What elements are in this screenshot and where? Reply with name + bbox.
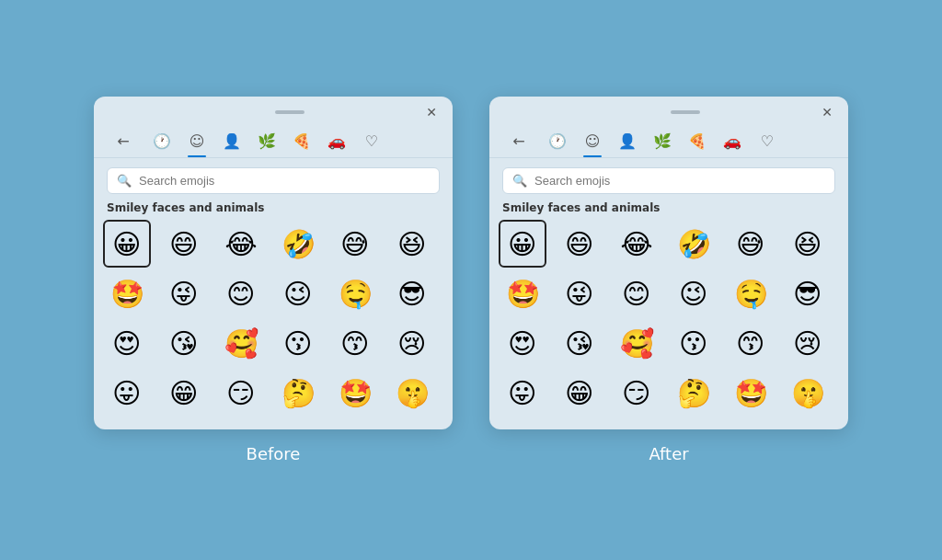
emoji-cell[interactable]: 🤔 [670,369,718,417]
after-search-input[interactable] [534,174,825,188]
emoji-cell[interactable]: 😄 [556,220,603,268]
emoji-cell[interactable]: 🤤 [331,269,379,317]
main-container: ✕ ← 🕐 ☺ 👤 🌿 🍕 🚗 ♡ 🔍 Smiley faces and ani… [0,0,942,560]
emoji-cell[interactable]: 😘 [160,319,208,367]
emoji-cell[interactable]: 😉 [274,269,322,317]
emoji-cell[interactable]: 🤣 [670,220,718,268]
emoji-cell[interactable]: 😜 [556,269,603,317]
before-nav-bar: ← 🕐 ☺ 👤 🌿 🍕 🚗 ♡ [94,124,453,158]
before-titlebar: ✕ [94,97,453,124]
after-drag-handle [671,110,700,114]
emoji-cell[interactable]: 😜 [160,269,208,317]
before-drag-handle [275,110,304,114]
emoji-cell[interactable]: 😉 [670,269,718,317]
emoji-cell[interactable]: 🥰 [217,319,265,367]
before-emoji-grid: 😀 😄 😂 🤣 😅 😆 🤩 😜 😊 😉 🤤 😎 😍 😘 🥰 😗 😙 😢 [94,220,453,429]
before-label: Before [247,444,301,463]
before-panel-wrapper: ✕ ← 🕐 ☺ 👤 🌿 🍕 🚗 ♡ 🔍 Smiley faces and ani… [94,97,453,463]
after-back-button[interactable]: ← [504,128,534,157]
emoji-cell[interactable]: 😎 [388,269,436,317]
emoji-cell[interactable]: 😆 [388,220,436,268]
after-nav-recent[interactable]: 🕐 [543,128,572,157]
emoji-cell[interactable]: 😗 [670,319,718,367]
emoji-cell[interactable]: 😆 [784,220,832,268]
emoji-cell[interactable]: 🤩 [103,269,151,317]
before-nav-food[interactable]: 🍕 [287,128,316,157]
after-emoji-grid: 😀 😄 😂 🤣 😅 😆 🤩 😜 😊 😉 🤤 😎 😍 😘 🥰 😗 😙 😢 [489,220,848,429]
emoji-cell[interactable]: 😅 [331,220,379,268]
emoji-cell[interactable]: 😛 [499,369,546,417]
before-nav-nature[interactable]: 🌿 [252,128,281,157]
emoji-cell[interactable]: 🤩 [499,269,546,317]
emoji-cell[interactable]: 😄 [160,220,208,268]
after-panel-wrapper: ✕ ← 🕐 ☺ 👤 🌿 🍕 🚗 ♡ 🔍 Smiley faces and ani… [489,97,848,463]
after-nav-smiley[interactable]: ☺ [578,128,607,157]
after-titlebar: ✕ [489,97,848,124]
before-search-input[interactable] [139,174,430,188]
emoji-cell[interactable]: 😎 [784,269,832,317]
before-nav-travel[interactable]: 🚗 [322,128,351,157]
before-close-button[interactable]: ✕ [425,106,438,119]
emoji-cell[interactable]: 😍 [499,319,546,367]
emoji-cell[interactable]: 😢 [388,319,436,367]
after-section-title: Smiley faces and animals [489,201,848,220]
before-nav-recent[interactable]: 🕐 [147,128,177,157]
emoji-cell[interactable]: 🤫 [388,369,436,417]
emoji-cell[interactable]: 🤔 [274,369,322,417]
emoji-cell[interactable]: 😏 [613,369,661,417]
emoji-cell[interactable]: 🤩 [331,369,379,417]
after-nav-people[interactable]: 👤 [613,128,642,157]
after-nav-travel[interactable]: 🚗 [718,128,747,157]
emoji-cell[interactable]: 😊 [613,269,661,317]
after-nav-bar: ← 🕐 ☺ 👤 🌿 🍕 🚗 ♡ [489,124,848,158]
emoji-cell[interactable]: 🤣 [274,220,322,268]
emoji-cell[interactable]: 😙 [727,319,775,367]
after-search-bar[interactable]: 🔍 [502,167,835,194]
emoji-cell[interactable]: 😂 [217,220,265,268]
emoji-cell[interactable]: 😙 [331,319,379,367]
before-search-bar[interactable]: 🔍 [107,167,440,194]
after-nav-symbols[interactable]: ♡ [752,128,782,157]
emoji-cell[interactable]: 😁 [160,369,208,417]
before-emoji-panel: ✕ ← 🕐 ☺ 👤 🌿 🍕 🚗 ♡ 🔍 Smiley faces and ani… [94,97,453,429]
before-nav-symbols[interactable]: ♡ [357,128,386,157]
emoji-cell[interactable]: 😅 [727,220,775,268]
emoji-cell[interactable]: 🤤 [727,269,775,317]
emoji-cell[interactable]: 😛 [103,369,151,417]
emoji-cell[interactable]: 😂 [613,220,661,268]
after-search-icon: 🔍 [512,174,527,188]
emoji-cell[interactable]: 😢 [784,319,832,367]
emoji-cell[interactable]: 😍 [103,319,151,367]
emoji-cell[interactable]: 😀 [499,220,546,268]
before-nav-smiley[interactable]: ☺ [182,128,212,157]
before-search-icon: 🔍 [117,174,132,188]
after-nav-food[interactable]: 🍕 [683,128,712,157]
emoji-cell[interactable]: 😊 [217,269,265,317]
after-label: After [649,444,688,463]
emoji-cell[interactable]: 🥰 [613,319,661,367]
before-back-button[interactable]: ← [109,128,138,157]
after-nav-nature[interactable]: 🌿 [648,128,677,157]
emoji-cell[interactable]: 😁 [556,369,603,417]
emoji-cell[interactable]: 😏 [217,369,265,417]
emoji-cell[interactable]: 😘 [556,319,603,367]
after-close-button[interactable]: ✕ [821,106,833,119]
before-section-title: Smiley faces and animals [94,201,453,220]
emoji-cell[interactable]: 🤫 [784,369,832,417]
before-nav-people[interactable]: 👤 [217,128,247,157]
emoji-cell[interactable]: 😗 [274,319,322,367]
after-emoji-panel: ✕ ← 🕐 ☺ 👤 🌿 🍕 🚗 ♡ 🔍 Smiley faces and ani… [489,97,848,429]
emoji-cell[interactable]: 🤩 [727,369,775,417]
emoji-cell[interactable]: 😀 [103,220,151,268]
